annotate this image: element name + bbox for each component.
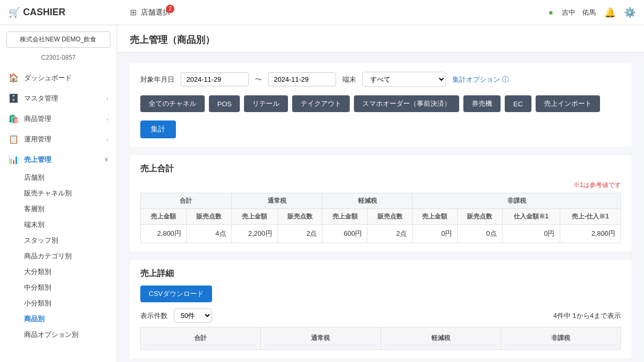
grid-icon[interactable]: ⊞ (130, 7, 137, 17)
notification-icon[interactable]: 🔔 (604, 7, 616, 18)
summary-table: 合計 通常税 軽減税 非課税 売上金額 販売点数 売上金額 販売点数 売上金額 … (140, 193, 621, 243)
content-area: 対象年月日 〜 端末 すべて 集計オプション ⓘ 全てのチャネル POS (117, 53, 644, 362)
date-to-input[interactable] (268, 72, 336, 86)
col-normal-amount: 売上金額 (231, 209, 277, 225)
main-content: 売上管理（商品別） 対象年月日 〜 端末 すべて 集計オプション ⓘ (117, 25, 644, 362)
sidebar-item-sales[interactable]: 📊 売上管理 ∨ (0, 149, 117, 170)
logo-text: CASHIER (23, 7, 65, 18)
detail-col-reduced-tax-group: 軽減税 (381, 327, 501, 349)
sidebar-item-operations[interactable]: 📋 運用管理 › (0, 129, 117, 149)
sidebar-sub-by-store[interactable]: 店舗別 (0, 170, 117, 185)
aggregate-option-link[interactable]: 集計オプション ⓘ (452, 75, 509, 84)
page-header: 売上管理（商品別） (117, 25, 644, 53)
summary-title: 売上合計 (140, 163, 621, 174)
detail-col-nontax-group: 非課税 (501, 327, 620, 349)
detail-col-total-group: 合計 (141, 327, 261, 349)
channel-btn-sales-import[interactable]: 売上インポート (536, 95, 600, 112)
col-group-reduced-tax: 軽減税 (323, 193, 413, 209)
cell-total-amount: 2,800円 (141, 225, 187, 243)
col-total-amount: 売上金額 (141, 209, 187, 225)
sidebar-sub-by-terminal[interactable]: 端末別 (0, 217, 117, 233)
col-nontax-count: 販売点数 (457, 209, 502, 225)
cell-sales-minus-purchase: 2,800円 (560, 225, 621, 243)
detail-controls: 表示件数 50件 100件 200件 4件中 1から4まで表示 (140, 309, 621, 323)
filter-section: 対象年月日 〜 端末 すべて 集計オプション ⓘ 全てのチャネル POS (130, 63, 631, 147)
col-normal-count: 販売点数 (277, 209, 323, 225)
sidebar-sub-by-major[interactable]: 大分類別 (0, 264, 117, 280)
sidebar-item-master[interactable]: 🗄️ マスタ管理 › (0, 88, 117, 108)
aggregate-option-label: 集計オプション (452, 75, 500, 84)
logo-icon: 🛒 (8, 7, 20, 18)
sidebar-item-dashboard[interactable]: 🏠 ダッシュボード (0, 68, 117, 88)
sidebar-sub-by-category[interactable]: 商品カテゴリ別 (0, 248, 117, 264)
terminal-select[interactable]: すべて (362, 72, 446, 87)
date-from-input[interactable] (181, 72, 249, 86)
col-reduced-amount: 売上金額 (323, 209, 368, 225)
sidebar-item-label: ダッシュボード (24, 73, 72, 83)
sidebar: 株式会社NEW DEMO_飲食 C2301-0857 🏠 ダッシュボード 🗄️ … (0, 25, 117, 362)
csv-download-button[interactable]: CSVダウンロード (140, 286, 212, 302)
sidebar-item-label: 運用管理 (24, 135, 51, 144)
sidebar-sub-by-channel[interactable]: 販売チャネル別 (0, 185, 117, 201)
dashboard-icon: 🏠 (8, 73, 19, 83)
operations-icon: 📋 (8, 134, 19, 144)
user-status-dot: ● (548, 8, 553, 17)
settings-icon[interactable]: ⚙️ (624, 7, 636, 18)
sidebar-item-product[interactable]: 🛍️ 商品管理 › (0, 108, 117, 129)
cell-normal-amount: 2,200円 (231, 225, 277, 243)
detail-col-normal-tax-group: 通常税 (261, 327, 381, 349)
sales-icon: 📊 (8, 155, 19, 164)
company-button[interactable]: 株式会社NEW DEMO_飲食 (6, 31, 110, 48)
summary-section: 売上合計 ※1は参考値です 合計 通常税 軽減税 非課税 売上金額 販売点数 (130, 155, 631, 251)
col-total-count: 販売点数 (186, 209, 231, 225)
chevron-right-icon: › (106, 116, 108, 122)
channel-btn-ticket[interactable]: 券売機 (463, 95, 501, 112)
product-icon: 🛍️ (8, 114, 19, 124)
date-label: 対象年月日 (140, 75, 174, 84)
sidebar-sub-by-minor[interactable]: 小分類別 (0, 295, 117, 311)
sidebar-sub-by-option[interactable]: 商品オプション別 (0, 327, 117, 343)
pagination-info: 4件中 1から4まで表示 (553, 311, 621, 321)
per-page-label: 表示件数 (140, 311, 168, 321)
terminal-label: 端末 (342, 75, 356, 84)
circle-info-icon: ⓘ (502, 75, 509, 84)
sidebar-item-label: マスタ管理 (24, 94, 58, 103)
col-sales-minus-purchase: 売上-仕入※1 (560, 209, 621, 225)
channel-buttons-group: 全てのチャネル POS リテール テイクアウト スマホオーダー（事前決済） 券売… (140, 95, 621, 112)
cell-normal-count: 2点 (277, 225, 323, 243)
app-layout: 株式会社NEW DEMO_飲食 C2301-0857 🏠 ダッシュボード 🗄️ … (0, 25, 644, 362)
channel-btn-ec[interactable]: EC (505, 95, 531, 112)
date-filter-row: 対象年月日 〜 端末 すべて 集計オプション ⓘ (140, 72, 621, 87)
date-separator: 〜 (255, 75, 262, 84)
channel-btn-retail[interactable]: リテール (244, 95, 288, 112)
cell-purchase-amount: 0円 (502, 225, 560, 243)
sidebar-sub-by-medium[interactable]: 中分類別 (0, 280, 117, 295)
channel-btn-pos[interactable]: POS (209, 95, 240, 112)
col-group-normal-tax: 通常税 (231, 193, 323, 209)
sidebar-sub-by-product[interactable]: 商品別 (0, 311, 117, 327)
aggregate-button[interactable]: 集計 (140, 120, 176, 138)
page-title: 売上管理（商品別） (130, 34, 631, 46)
channel-btn-smartphone[interactable]: スマホオーダー（事前決済） (354, 95, 459, 112)
cell-total-count: 4点 (186, 225, 231, 243)
detail-table-header: 合計 通常税 軽減税 非課税 (140, 327, 621, 350)
cell-nontax-amount: 0円 (413, 225, 458, 243)
channel-btn-all[interactable]: 全てのチャネル (140, 95, 205, 112)
cell-reduced-amount: 600円 (323, 225, 368, 243)
detail-title: 売上詳細 (140, 268, 621, 279)
table-note: ※1は参考値です (140, 181, 621, 190)
per-page-select[interactable]: 50件 100件 200件 (174, 309, 212, 323)
col-nontax-amount: 売上金額 (413, 209, 458, 225)
master-icon: 🗄️ (8, 93, 19, 103)
app-header: 🛒 CASHIER ⊞ 店舗選択 2 ● 吉中 佑馬 🔔 ⚙️ (0, 0, 644, 25)
channel-btn-takeout[interactable]: テイクアウト (292, 95, 350, 112)
col-purchase-amount: 仕入金額※1 (502, 209, 560, 225)
chevron-right-icon: › (106, 95, 108, 102)
store-select-button[interactable]: 店舗選択 2 (141, 8, 170, 17)
store-badge: 2 (166, 5, 174, 13)
col-group-total: 合計 (141, 193, 232, 209)
header-right: ● 吉中 佑馬 🔔 ⚙️ (548, 7, 636, 18)
sidebar-sub-by-customer[interactable]: 客層別 (0, 201, 117, 217)
sidebar-sub-by-staff[interactable]: スタッフ別 (0, 233, 117, 248)
header-center: ⊞ 店舗選択 2 (126, 7, 548, 17)
